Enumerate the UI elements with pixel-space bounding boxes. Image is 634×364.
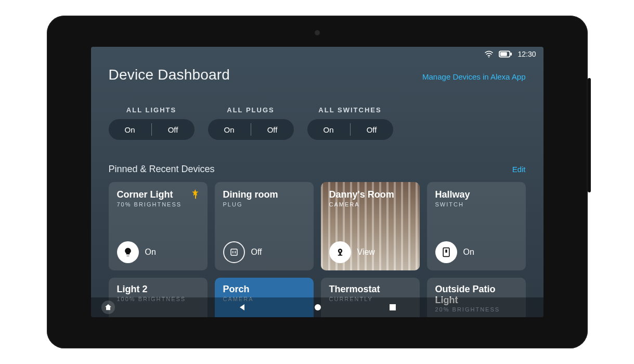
- group-label: ALL LIGHTS: [126, 106, 176, 114]
- svg-rect-10: [339, 253, 341, 255]
- device-name: Danny's Room: [329, 189, 394, 200]
- all-plugs-on-button[interactable]: On: [208, 119, 251, 140]
- nav-back-icon[interactable]: [238, 303, 247, 311]
- nav-home-icon[interactable]: [314, 304, 321, 311]
- screen: 12:30 Device Dashboard Manage Devices in…: [91, 47, 544, 317]
- svg-rect-2: [511, 53, 512, 56]
- all-lights-on-button[interactable]: On: [109, 119, 151, 140]
- device-state: View: [357, 248, 375, 257]
- group-all-switches: ALL SWITCHES On Off: [307, 106, 393, 140]
- status-time: 12:30: [517, 50, 536, 58]
- device-state: On: [145, 248, 156, 257]
- toggle-all-lights: On Off: [109, 119, 195, 140]
- device-name: Porch: [223, 284, 305, 295]
- device-name: Hallway: [435, 189, 470, 200]
- system-nav-bar: [91, 297, 544, 317]
- pinned-section-title: Pinned & Recent Devices: [109, 164, 215, 175]
- toggle-all-switches: On Off: [307, 119, 393, 140]
- device-card-dannys-room[interactable]: Danny's Room CAMERA View: [321, 182, 420, 270]
- svg-rect-3: [500, 52, 507, 56]
- svg-rect-5: [231, 249, 237, 255]
- device-state: On: [463, 248, 474, 257]
- group-label: ALL SWITCHES: [318, 106, 381, 114]
- group-label: ALL PLUGS: [227, 106, 274, 114]
- device-card-corner-light[interactable]: Corner Light 70% BRIGHTNESS On: [109, 182, 208, 270]
- device-name: Light 2: [117, 284, 199, 295]
- all-switches-off-button[interactable]: Off: [351, 119, 393, 140]
- bulb-icon[interactable]: [117, 241, 139, 263]
- all-plugs-off-button[interactable]: Off: [251, 119, 294, 140]
- pin-icon: [192, 189, 199, 201]
- device-name: Thermostat: [329, 284, 411, 295]
- manage-devices-link[interactable]: Manage Devices in Alexa App: [422, 72, 525, 81]
- switch-icon[interactable]: [435, 241, 457, 263]
- svg-rect-15: [390, 304, 396, 310]
- device-name: Corner Light: [117, 189, 182, 200]
- wifi-icon: [484, 50, 494, 58]
- tablet-frame: 12:30 Device Dashboard Manage Devices in…: [47, 16, 588, 348]
- device-subtitle: CAMERA: [329, 201, 394, 207]
- toggle-all-plugs: On Off: [208, 119, 294, 140]
- camera-icon[interactable]: [329, 241, 351, 263]
- device-name: Dining room: [223, 189, 278, 200]
- status-bar: 12:30: [484, 50, 536, 58]
- all-lights-off-button[interactable]: Off: [152, 119, 195, 140]
- battery-icon: [499, 50, 512, 58]
- edit-pinned-link[interactable]: Edit: [512, 165, 526, 174]
- group-all-lights: ALL LIGHTS On Off: [109, 106, 195, 140]
- nav-recents-icon[interactable]: [389, 304, 396, 311]
- device-subtitle: 70% BRIGHTNESS: [117, 201, 182, 207]
- device-subtitle: PLUG: [223, 201, 278, 207]
- svg-rect-4: [195, 194, 196, 199]
- device-card-hallway[interactable]: Hallway SWITCH On: [427, 182, 526, 270]
- svg-rect-6: [232, 251, 234, 254]
- home-chip-icon[interactable]: [101, 301, 115, 314]
- plug-icon[interactable]: [223, 241, 245, 263]
- svg-rect-11: [338, 255, 342, 256]
- device-state: Off: [251, 248, 262, 257]
- svg-rect-13: [445, 250, 447, 253]
- svg-point-14: [315, 304, 321, 310]
- group-controls: ALL LIGHTS On Off ALL PLUGS On Off: [109, 106, 526, 140]
- svg-rect-7: [235, 251, 236, 254]
- page-title: Device Dashboard: [109, 67, 230, 83]
- front-camera: [315, 30, 320, 35]
- all-switches-on-button[interactable]: On: [307, 119, 350, 140]
- group-all-plugs: ALL PLUGS On Off: [208, 106, 294, 140]
- svg-point-0: [489, 57, 490, 58]
- svg-point-9: [339, 250, 341, 252]
- device-cards-row-1: Corner Light 70% BRIGHTNESS On: [109, 182, 526, 270]
- device-subtitle: SWITCH: [435, 201, 470, 207]
- device-card-dining-room[interactable]: Dining room PLUG Off: [215, 182, 314, 270]
